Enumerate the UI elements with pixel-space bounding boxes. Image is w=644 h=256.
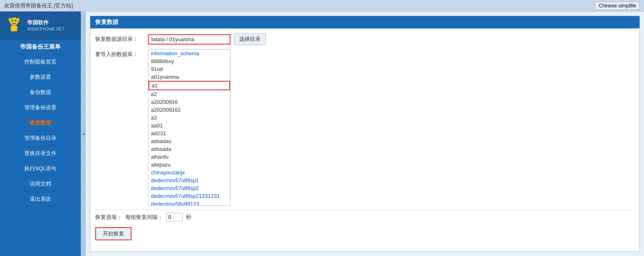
svg-point-5	[9, 18, 11, 22]
db-list-row: 要导入的数据库： information_schema 8688dsxy 91u…	[95, 49, 635, 206]
list-item-selected[interactable]: a1	[148, 81, 230, 90]
db-listbox[interactable]: information_schema 8688dsxy 91ud a01yuan…	[148, 49, 230, 206]
restore-panel: 恢复数据 恢复数据源目录： 选择目录 要导入的数据库： information_…	[90, 16, 640, 252]
sidebar: 帝国软件 WWW.PHOME.NET 帝国备份王菜单 控制面板首页 参数设置 备…	[0, 12, 81, 256]
list-item[interactable]: chinayouzanjx	[148, 169, 230, 176]
sidebar-item-docs[interactable]: 说明文档	[0, 176, 81, 192]
sidebar-item-logout[interactable]: 退出系统	[0, 192, 81, 207]
list-item[interactable]: a3	[148, 114, 230, 122]
sidebar-item-backup[interactable]: 备份数据	[0, 85, 81, 100]
list-item[interactable]: dedecmsv57utf8sp2	[148, 184, 230, 192]
list-item[interactable]: 8688dsxy	[148, 57, 230, 65]
interval-label: 每组恢复间隔：	[125, 214, 163, 221]
sidebar-item-manage-backup[interactable]: 管理备份设置	[0, 100, 81, 115]
source-dir-row: 恢复数据源目录： 选择目录	[95, 33, 635, 45]
list-item[interactable]: aa01	[148, 122, 230, 129]
sidebar-item-manage-dir[interactable]: 管理备份目录	[0, 131, 81, 146]
svg-point-6	[17, 18, 19, 22]
list-item[interactable]: adssada	[148, 145, 230, 153]
list-item[interactable]: dedecmsv57utf8sp21231231	[148, 192, 230, 200]
start-btn-row: 开始恢复	[95, 224, 635, 244]
svg-rect-2	[11, 26, 17, 31]
sidebar-item-replace-file[interactable]: 普换目录文件	[0, 146, 81, 161]
sidebar-item-restore[interactable]: 恢复数据	[0, 115, 81, 131]
options-row: 恢复选项： 每组恢复间隔： 秒	[95, 210, 635, 224]
list-item[interactable]: aitejiazu	[148, 161, 230, 169]
list-item[interactable]: dedecmsv57utf8sp1	[148, 176, 230, 184]
panel-body: 恢复数据源目录： 选择目录 要导入的数据库： information_schem…	[90, 28, 639, 249]
list-item[interactable]: a20200916	[148, 98, 230, 106]
list-item[interactable]: 91ud	[148, 65, 230, 73]
sec-label: 秒	[186, 214, 191, 221]
list-item[interactable]: a202009162	[148, 106, 230, 114]
sidebar-item-params[interactable]: 参数设置	[0, 70, 81, 85]
sidebar-collapse-btn[interactable]: ◄	[81, 12, 86, 256]
list-item[interactable]: a01yuanma	[148, 73, 230, 81]
svg-point-3	[12, 20, 13, 21]
list-item[interactable]: aihanfu	[148, 153, 230, 161]
list-item[interactable]: a2	[148, 90, 230, 98]
source-dir-label: 恢复数据源目录：	[95, 35, 145, 43]
interval-input[interactable]	[166, 213, 183, 221]
list-item[interactable]: ad231	[148, 129, 230, 137]
brand-text: 帝国软件 WWW.PHOME.NET	[27, 19, 64, 32]
panel-header: 恢复数据	[90, 16, 639, 28]
top-bar-title: 欢迎使用帝国备份王 [官方站]	[4, 2, 73, 9]
sidebar-logo: 帝国软件 WWW.PHOME.NET	[0, 12, 81, 40]
sidebar-item-sql[interactable]: 执行SQL语句	[0, 161, 81, 176]
sidebar-item-dashboard[interactable]: 控制面板首页	[0, 54, 81, 70]
list-item[interactable]: adsadas	[148, 137, 230, 145]
brand-logo-icon	[3, 15, 25, 36]
svg-point-4	[15, 20, 16, 21]
svg-point-1	[10, 17, 18, 26]
list-item[interactable]: dedecmsv58utf8123	[148, 200, 230, 206]
source-dir-input[interactable]	[148, 34, 230, 45]
db-list-label: 要导入的数据库：	[95, 49, 145, 58]
lang-button[interactable]: Chinese simplifie	[595, 2, 640, 10]
sidebar-menu-title: 帝国备份王菜单	[0, 40, 81, 54]
list-item[interactable]: information_schema	[148, 49, 230, 57]
top-bar: 欢迎使用帝国备份王 [官方站] Chinese simplifie	[0, 0, 644, 12]
select-dir-button[interactable]: 选择目录	[234, 33, 266, 45]
main-layout: 帝国软件 WWW.PHOME.NET 帝国备份王菜单 控制面板首页 参数设置 备…	[0, 12, 644, 256]
options-label: 恢复选项：	[95, 214, 122, 221]
start-restore-button[interactable]: 开始恢复	[95, 227, 132, 240]
content-area: 恢复数据 恢复数据源目录： 选择目录 要导入的数据库： information_…	[86, 12, 644, 256]
